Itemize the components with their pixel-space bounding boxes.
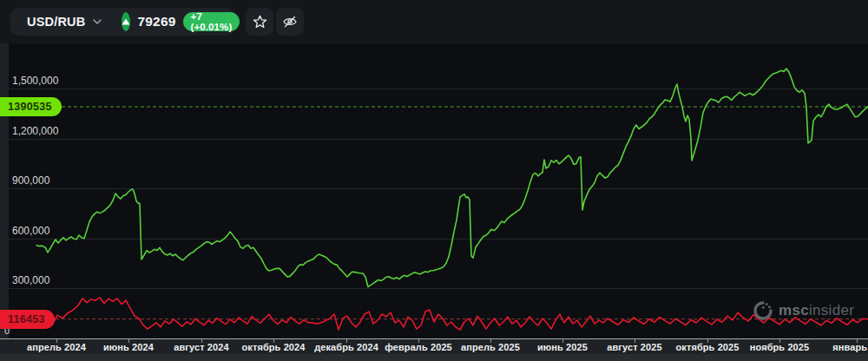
gridline bbox=[9, 288, 868, 289]
top-bar: USD/RUB 79269 +7 (+0.01%) bbox=[0, 0, 868, 43]
y-axis-label: 300,000 bbox=[12, 275, 49, 286]
watermark: mscinsider bbox=[753, 300, 854, 321]
trend-up-icon bbox=[122, 12, 130, 31]
star-icon bbox=[253, 15, 267, 30]
gridline bbox=[9, 139, 868, 140]
y-axis-label: 1,200,000 bbox=[12, 126, 58, 137]
chart-area[interactable] bbox=[0, 43, 868, 338]
gridline bbox=[9, 89, 868, 89]
y-axis-label: 600,000 bbox=[12, 226, 49, 237]
x-axis-label: январь 20 bbox=[805, 342, 868, 352]
change-badge: +7 (+0.01%) bbox=[183, 12, 240, 31]
eye-off-icon bbox=[282, 15, 298, 29]
watermark-logo-icon bbox=[753, 300, 773, 321]
left-gutter bbox=[0, 43, 9, 338]
gridline bbox=[9, 239, 868, 240]
price-value: 79269 bbox=[137, 14, 175, 30]
y-axis-label: 900,000 bbox=[12, 175, 49, 187]
watermark-text-bold: msc bbox=[779, 302, 809, 318]
watermark-text: mscinsider bbox=[779, 302, 854, 319]
watermark-text-light: insider bbox=[809, 302, 854, 318]
current-price-badge-green: 1390535 bbox=[0, 97, 62, 116]
symbol-label: USD/RUB bbox=[27, 15, 85, 29]
trading-chart-page: { "header": { "symbol": "USD/RUB", "pric… bbox=[0, 0, 868, 361]
gridline bbox=[9, 188, 868, 189]
favorite-button[interactable] bbox=[246, 8, 273, 36]
symbol-price-pill[interactable]: USD/RUB 79269 +7 (+0.01%) bbox=[10, 8, 234, 36]
chevron-down-icon[interactable] bbox=[93, 19, 102, 24]
hide-button[interactable] bbox=[276, 8, 304, 36]
current-price-badge-red: 116453 bbox=[0, 310, 55, 329]
bottom-scroll-band[interactable] bbox=[0, 354, 868, 361]
y-axis-label: 1,500,000 bbox=[12, 75, 58, 87]
